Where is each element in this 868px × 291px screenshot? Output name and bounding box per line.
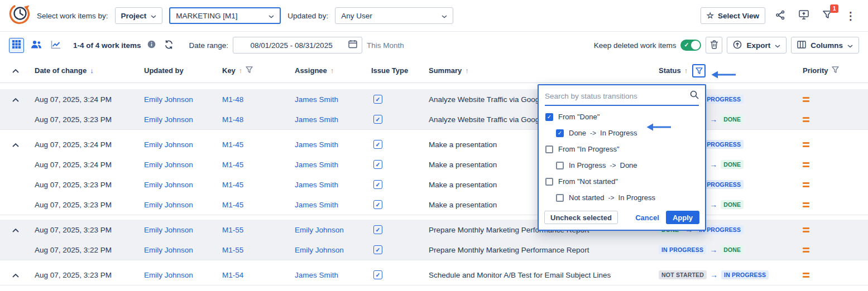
quick-filters-button[interactable]: 1 bbox=[819, 7, 836, 24]
row-assignee[interactable]: Emily Johnson bbox=[295, 246, 344, 254]
select-view-button[interactable]: ☆ Select View bbox=[701, 7, 766, 24]
column-header-date[interactable]: Date of change↓ bbox=[35, 66, 144, 75]
row-assignee[interactable]: James Smith bbox=[295, 201, 338, 209]
checkbox[interactable]: ✓ bbox=[545, 113, 553, 121]
grid-view-icon bbox=[12, 40, 21, 50]
filter-option[interactable]: ✓ Done->In Progress bbox=[539, 125, 705, 141]
filter-option[interactable]: ✓ From "Done" bbox=[539, 109, 705, 125]
row-key[interactable]: M1-55 bbox=[222, 246, 243, 254]
sort-asc-icon[interactable]: ↑ bbox=[684, 66, 688, 75]
column-header-assignee[interactable]: Assignee↑ bbox=[295, 66, 371, 75]
updated-by-select[interactable]: Any User bbox=[335, 7, 453, 24]
filter-icon[interactable] bbox=[246, 66, 253, 75]
row-key[interactable]: M1-54 bbox=[222, 271, 243, 279]
row-updated-by[interactable]: Emily Johnson bbox=[144, 226, 193, 234]
checkbox[interactable] bbox=[545, 178, 553, 186]
keep-deleted-label: Keep deleted work items bbox=[594, 41, 677, 50]
apply-button[interactable]: Apply bbox=[666, 211, 699, 224]
row-assignee[interactable]: James Smith bbox=[295, 140, 338, 149]
table-row: Aug 07, 2025, 3:23 PM Emily Johnson M1-5… bbox=[0, 220, 868, 240]
row-assignee[interactable]: James Smith bbox=[295, 95, 338, 104]
info-button[interactable] bbox=[146, 37, 158, 54]
status-filter-button[interactable] bbox=[692, 64, 706, 77]
uncheck-selected-button[interactable]: Uncheck selected bbox=[544, 211, 618, 224]
row-assignee[interactable]: James Smith bbox=[295, 271, 338, 279]
chevron-down-icon bbox=[775, 41, 780, 50]
status-chip: NOT STARTED bbox=[659, 270, 707, 280]
sort-desc-icon[interactable]: ↓ bbox=[90, 66, 94, 75]
row-assignee[interactable]: James Smith bbox=[295, 115, 338, 124]
columns-button[interactable]: Columns bbox=[791, 37, 859, 54]
delete-button[interactable] bbox=[706, 37, 722, 54]
task-type-icon: ✓ bbox=[373, 270, 382, 279]
share-button[interactable] bbox=[772, 7, 789, 24]
column-header-summary[interactable]: Summary↑ bbox=[429, 66, 659, 75]
cancel-button[interactable]: Cancel bbox=[635, 214, 659, 222]
row-key[interactable]: M1-45 bbox=[222, 161, 243, 169]
column-header-status[interactable]: Status↑ bbox=[659, 64, 803, 77]
present-window-button[interactable] bbox=[795, 7, 812, 24]
row-updated-by[interactable]: Emily Johnson bbox=[144, 161, 193, 169]
checkbox[interactable] bbox=[556, 162, 564, 169]
view-table-button[interactable] bbox=[9, 38, 24, 53]
filter-option[interactable]: From "In Progress" bbox=[539, 141, 705, 157]
window-icon bbox=[799, 10, 809, 21]
row-date: Aug 07, 2025, 3:23 PM bbox=[35, 226, 144, 234]
status-transition-arrow-icon: → bbox=[709, 201, 717, 208]
collapse-group-button[interactable] bbox=[12, 95, 19, 104]
collapse-group-button[interactable] bbox=[12, 140, 19, 149]
collapse-group-button[interactable] bbox=[12, 226, 19, 234]
filter-option-label: Not started->In Progress bbox=[569, 193, 655, 202]
refresh-button[interactable] bbox=[162, 37, 176, 54]
export-button[interactable]: Export bbox=[727, 37, 787, 54]
sort-asc-icon[interactable]: ↑ bbox=[239, 66, 243, 75]
row-updated-by[interactable]: Emily Johnson bbox=[144, 140, 193, 149]
calendar-icon[interactable] bbox=[348, 40, 357, 51]
checkbox[interactable]: ✓ bbox=[556, 129, 564, 137]
keep-deleted-toggle[interactable]: ✓ bbox=[680, 40, 701, 51]
status-search-input[interactable] bbox=[545, 92, 687, 100]
project-dropdown-button[interactable]: Project bbox=[115, 7, 163, 24]
filter-icon[interactable] bbox=[832, 66, 839, 75]
row-key[interactable]: M1-55 bbox=[222, 226, 243, 234]
more-menu-button[interactable]: ⋮ bbox=[842, 7, 859, 24]
row-key[interactable]: M1-48 bbox=[222, 115, 243, 124]
view-chart-button[interactable] bbox=[48, 38, 63, 53]
row-key[interactable]: M1-45 bbox=[222, 140, 243, 149]
toolbar: 1-4 of 4 work items Date range: bbox=[0, 32, 868, 59]
collapse-group-button[interactable] bbox=[12, 271, 19, 279]
column-header-updated-by[interactable]: Updated by bbox=[144, 66, 222, 75]
row-updated-by[interactable]: Emily Johnson bbox=[144, 271, 193, 279]
row-updated-by[interactable]: Emily Johnson bbox=[144, 246, 193, 254]
task-type-icon: ✓ bbox=[373, 200, 382, 209]
row-key[interactable]: M1-45 bbox=[222, 201, 243, 209]
sort-asc-icon[interactable]: ↑ bbox=[330, 66, 334, 75]
column-header-issue-type[interactable]: Issue Type bbox=[371, 66, 429, 75]
row-assignee[interactable]: James Smith bbox=[295, 181, 338, 189]
row-assignee[interactable]: James Smith bbox=[295, 161, 338, 169]
date-range-input-box[interactable] bbox=[233, 37, 362, 54]
checkbox[interactable] bbox=[545, 146, 553, 153]
filter-option[interactable]: From "Not started" bbox=[539, 173, 705, 190]
filter-option[interactable]: Not started->In Progress bbox=[539, 190, 705, 206]
filter-option[interactable]: In Progress->Done bbox=[539, 157, 705, 173]
project-select[interactable]: MARKETING [M1] bbox=[169, 7, 281, 24]
row-updated-by[interactable]: Emily Johnson bbox=[144, 115, 193, 124]
collapse-all-button[interactable] bbox=[12, 66, 19, 75]
column-header-key[interactable]: Key↑ bbox=[222, 66, 295, 75]
row-updated-by[interactable]: Emily Johnson bbox=[144, 95, 193, 104]
row-updated-by[interactable]: Emily Johnson bbox=[144, 181, 193, 189]
row-key[interactable]: M1-48 bbox=[222, 95, 243, 104]
row-assignee[interactable]: Emily Johnson bbox=[295, 226, 344, 234]
row-updated-by[interactable]: Emily Johnson bbox=[144, 201, 193, 209]
view-people-button[interactable] bbox=[28, 38, 44, 53]
table-row: Aug 07, 2025, 3:22 PM Emily Johnson M1-5… bbox=[0, 240, 868, 260]
priority-medium-icon bbox=[803, 182, 868, 187]
checkbox[interactable] bbox=[556, 194, 564, 202]
refresh-icon bbox=[164, 40, 174, 51]
status-chip: IN PROGRESS bbox=[721, 270, 769, 280]
column-header-priority[interactable]: Priority bbox=[803, 66, 868, 75]
row-key[interactable]: M1-45 bbox=[222, 181, 243, 189]
date-range-input[interactable] bbox=[238, 41, 345, 50]
sort-asc-icon[interactable]: ↑ bbox=[465, 66, 469, 75]
